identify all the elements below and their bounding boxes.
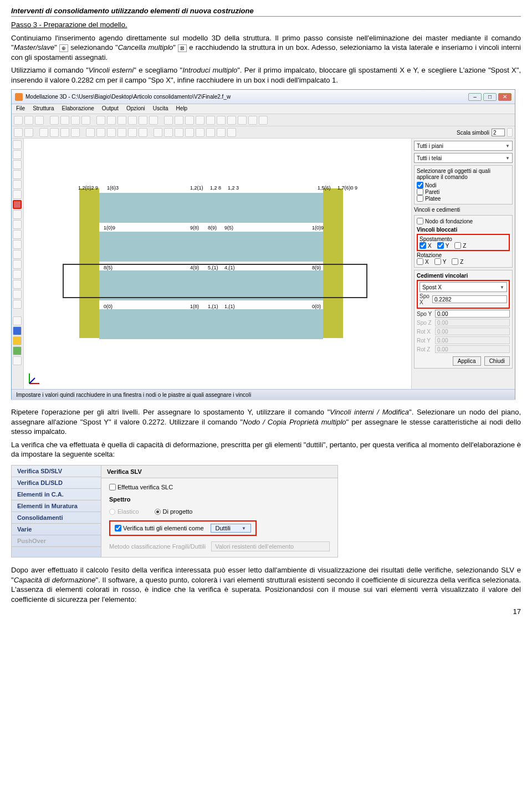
tool-icon[interactable] [206,116,215,125]
tool-icon[interactable] [50,128,59,137]
rot-x-checkbox[interactable] [417,258,423,265]
radio-diprogetto[interactable]: Di progetto [155,508,193,515]
tool-icon[interactable] [206,128,215,137]
tool-icon[interactable] [14,128,23,137]
ltool-yellow-icon[interactable] [13,336,22,345]
rot-y-checkbox[interactable] [434,258,441,265]
ltool-green-icon[interactable] [13,346,22,355]
minimize-button[interactable]: – [468,93,482,101]
tool-icon[interactable] [24,128,33,137]
tool-icon[interactable] [39,128,48,137]
tool-icon[interactable] [71,128,80,137]
ltool-icon[interactable] [13,316,22,325]
sidebar-item-consolidamenti[interactable]: Consolidamenti [12,512,101,524]
tool-icon[interactable] [175,116,183,125]
menu-output[interactable]: Output [102,105,119,112]
maximize-button[interactable]: □ [483,93,497,101]
spost-y-checkbox[interactable] [437,242,444,249]
ltool-icon[interactable] [13,230,22,239]
tool-icon[interactable] [248,116,257,125]
zoom-icon[interactable] [117,116,126,125]
tool-icon[interactable] [86,128,95,137]
ltool-icon[interactable] [13,290,22,299]
tool-icon[interactable] [14,116,23,125]
scala-input[interactable] [492,129,505,136]
ltool-icon[interactable] [13,140,22,149]
ltool-icon[interactable] [13,180,22,189]
close-button[interactable]: ✕ [498,93,511,101]
tool-icon[interactable] [217,116,226,125]
tool-icon[interactable] [164,116,173,125]
tool-icon[interactable] [50,116,59,125]
tool-icon[interactable] [196,116,204,125]
sidebar-item-varie[interactable]: Varie [12,524,101,535]
tool-icon[interactable] [185,128,194,137]
spox-input[interactable] [432,295,507,303]
platee-checkbox[interactable] [417,195,423,202]
tool-icon[interactable] [217,128,226,137]
tool-icon[interactable] [196,128,204,137]
menu-help[interactable]: Help [176,105,188,112]
ltool-icon[interactable] [13,280,22,289]
spost-combo[interactable]: Spost X [420,282,507,292]
sidebar-item-sdslv[interactable]: Verifica SD/SLV [12,466,101,477]
tool-icon[interactable] [238,116,247,125]
menu-uscita[interactable]: Uscita [153,105,168,112]
tool-icon[interactable] [60,128,69,137]
ltool-icon[interactable] [13,356,22,365]
spost-z-checkbox[interactable] [454,242,461,249]
tool-icon[interactable] [117,128,126,137]
ltool-icon[interactable] [13,220,22,229]
rot-z-checkbox[interactable] [452,258,458,265]
menu-file[interactable]: File [16,105,25,112]
ltool-icon[interactable] [13,160,22,169]
sidebar-item-muratura[interactable]: Elementi in Muratura [12,500,101,512]
piani-combo[interactable]: Tutti i piani [414,141,513,151]
tool-icon[interactable] [227,116,236,125]
sidebar-item-dlsld[interactable]: Verifica DL/SLD [12,477,101,489]
fondazione-checkbox[interactable] [417,218,423,224]
ltool-icon[interactable] [13,210,22,219]
zoom-icon[interactable] [139,116,147,125]
tool-icon[interactable] [35,116,44,125]
menu-elaborazione[interactable]: Elaborazione [62,105,94,112]
telai-combo[interactable]: Tutti i telai [414,153,513,163]
tool-icon[interactable] [96,128,105,137]
sidebar-item-ca[interactable]: Elementi in C.A. [12,489,101,500]
tool-icon[interactable] [164,128,173,137]
ltool-icon[interactable] [13,300,22,309]
ltool-icon[interactable] [13,150,22,159]
stepper-icon[interactable] [507,128,513,137]
vincoli-esterni-tool[interactable] [13,200,22,209]
tool-icon[interactable] [71,116,80,125]
spost-x-checkbox[interactable] [420,242,426,249]
tool-icon[interactable] [128,128,137,137]
tool-icon[interactable] [185,116,194,125]
nodi-checkbox[interactable] [417,182,423,188]
tool-icon[interactable] [81,116,90,125]
tool-icon[interactable] [24,116,33,125]
ltool-icon[interactable] [13,240,22,249]
tab-verifica-slv[interactable]: Verifica SLV [101,466,337,478]
menu-opzioni[interactable]: Opzioni [126,105,145,112]
canvas-3d[interactable]: 1,2(0)2 9 1(6)3 1,2(1) 1,2 8 1,2 3 1,5(6… [24,139,412,389]
tool-icon[interactable] [154,128,162,137]
tool-icon[interactable] [175,128,183,137]
ltool-icon[interactable] [13,190,22,199]
verifica-tutti-checkbox[interactable] [115,525,121,531]
zoom-icon[interactable] [149,116,158,125]
ltool-blue-icon[interactable] [13,326,22,335]
ltool-icon[interactable] [13,270,22,279]
ltool-icon[interactable] [13,250,22,259]
ltool-icon[interactable] [13,260,22,269]
tool-icon[interactable] [60,116,69,125]
zoom-icon[interactable] [128,116,137,125]
pareti-checkbox[interactable] [417,188,423,195]
applica-button[interactable]: Applica [453,356,481,366]
duttili-select[interactable]: Duttili [211,524,251,533]
spoy-input[interactable] [435,310,510,318]
ltool-icon[interactable] [13,170,22,179]
tool-icon[interactable] [259,116,268,125]
tool-icon[interactable] [139,128,147,137]
zoom-icon[interactable] [96,116,105,125]
